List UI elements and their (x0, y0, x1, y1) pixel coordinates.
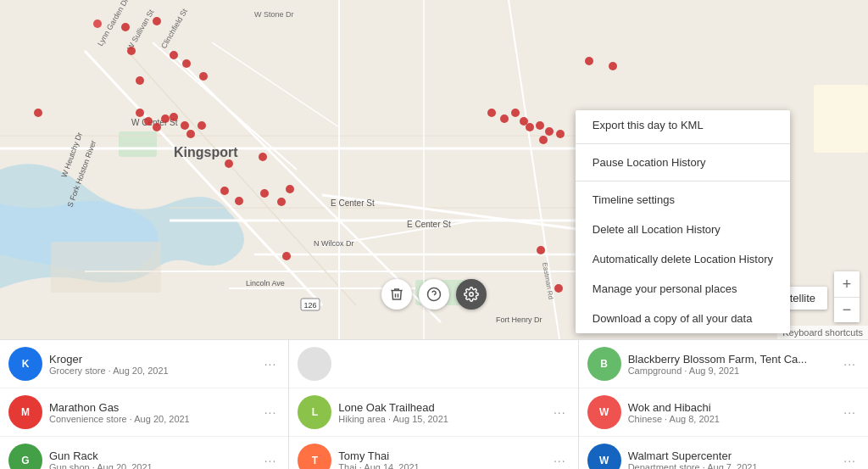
list-item[interactable]: TTomy ThaiThai · Aug 14, 2021··· (289, 437, 577, 469)
place-name: Marathon Gas (49, 401, 254, 414)
svg-point-49 (153, 123, 161, 131)
list-item[interactable]: BBlackberry Blossom Farm, Tent Ca...Camp… (579, 340, 868, 388)
svg-point-47 (136, 109, 144, 117)
list-item[interactable]: LLone Oak TrailheadHiking area · Aug 15,… (289, 388, 577, 437)
place-detail: Department store · Aug 7, 2021 (628, 462, 834, 470)
keyboard-shortcuts-label[interactable]: Keyboard shortcuts (777, 326, 868, 339)
svg-point-69 (277, 198, 286, 206)
place-info: Wok and HibachiChinese · Aug 8, 2021 (628, 401, 834, 424)
svg-point-51 (170, 113, 178, 121)
svg-point-66 (220, 187, 229, 195)
menu-item-pause[interactable]: Pause Location History (576, 148, 790, 177)
svg-point-65 (259, 153, 267, 161)
svg-point-71 (282, 252, 291, 260)
menu-item-auto-delete[interactable]: Automatically delete Location History (576, 244, 790, 274)
trash-icon-button[interactable] (381, 279, 412, 310)
svg-point-78 (470, 293, 474, 297)
place-detail: Campground · Aug 9, 2021 (628, 366, 834, 376)
svg-text:N Wilcox Dr: N Wilcox Dr (314, 239, 354, 248)
svg-point-52 (181, 121, 189, 130)
svg-point-57 (511, 109, 520, 117)
list-item[interactable]: WWok and HibachiChinese · Aug 8, 2021··· (579, 388, 868, 437)
menu-item-manage-places[interactable]: Manage your personal places (576, 274, 790, 304)
settings-icon-button[interactable] (456, 279, 487, 310)
svg-point-68 (260, 189, 269, 198)
bottom-toolbar (381, 279, 487, 310)
place-more-button[interactable]: ··· (550, 454, 570, 467)
place-info: Gun RackGun shop · Aug 20, 2021 (49, 449, 254, 470)
place-detail: Hiking area · Aug 15, 2021 (338, 414, 543, 424)
menu-divider-2 (576, 181, 790, 181)
list-item[interactable] (289, 340, 577, 388)
svg-text:Kingsport: Kingsport (174, 145, 238, 159)
svg-point-75 (609, 62, 617, 70)
place-thumbnail: G (8, 444, 42, 469)
list-item[interactable]: WWalmart SupercenterDepartment store · A… (579, 437, 868, 469)
svg-point-44 (136, 76, 144, 85)
svg-text:W Stone Dr: W Stone Dr (254, 10, 294, 19)
svg-text:126: 126 (303, 301, 316, 310)
svg-point-72 (537, 246, 545, 254)
map-zoom-controls: + − (834, 271, 860, 322)
svg-rect-21 (51, 242, 161, 293)
svg-point-53 (186, 130, 195, 138)
bottom-panel: KKrogerGrocery store · Aug 20, 2021···MM… (0, 339, 868, 469)
place-more-button[interactable]: ··· (840, 405, 860, 419)
place-thumbnail: B (587, 347, 621, 381)
place-more-button[interactable]: ··· (840, 454, 860, 467)
menu-divider-1 (576, 143, 790, 144)
map-container: Lynn Garden Dr W Sullivan St Clinchfield… (0, 0, 868, 339)
menu-item-export[interactable]: Export this day to KML (576, 110, 790, 140)
empty-thumbnail (298, 347, 331, 381)
svg-text:Fort Henry Dr: Fort Henry Dr (496, 315, 542, 324)
place-more-button[interactable]: ··· (261, 357, 281, 371)
svg-point-39 (121, 23, 130, 31)
menu-item-delete[interactable]: Delete all Location History (576, 215, 790, 244)
svg-point-43 (182, 59, 191, 68)
svg-point-50 (161, 114, 170, 123)
place-column-2: BBlackberry Blossom Farm, Tent Ca...Camp… (579, 340, 868, 469)
svg-point-46 (34, 109, 42, 117)
svg-point-40 (153, 17, 161, 25)
svg-point-67 (235, 197, 243, 205)
svg-point-59 (526, 123, 534, 131)
place-name: Wok and Hibachi (628, 401, 834, 414)
place-thumbnail: K (8, 347, 42, 381)
zoom-out-button[interactable]: − (834, 297, 860, 322)
svg-point-38 (93, 20, 102, 28)
svg-point-48 (144, 117, 153, 126)
place-info: Tomy ThaiThai · Aug 14, 2021 (338, 449, 543, 470)
place-detail: Convenience store · Aug 20, 2021 (49, 414, 254, 424)
place-thumbnail: W (587, 444, 621, 469)
svg-point-41 (127, 47, 136, 55)
svg-point-61 (545, 127, 554, 136)
place-info: Lone Oak TrailheadHiking area · Aug 15, … (338, 401, 543, 424)
place-name: Walmart Supercenter (628, 449, 834, 462)
svg-point-63 (556, 130, 565, 138)
place-more-button[interactable]: ··· (261, 405, 281, 419)
place-thumbnail: L (298, 395, 331, 429)
svg-text:E Center St: E Center St (407, 220, 451, 229)
svg-point-54 (198, 121, 206, 130)
place-info: Marathon GasConvenience store · Aug 20, … (49, 401, 254, 424)
help-icon-button[interactable] (419, 279, 449, 310)
menu-item-download[interactable]: Download a copy of all your data (576, 304, 790, 333)
context-menu: Export this day to KML Pause Location Hi… (576, 110, 790, 333)
svg-point-73 (554, 284, 563, 293)
svg-point-45 (199, 72, 208, 81)
list-item[interactable]: GGun RackGun shop · Aug 20, 2021··· (0, 437, 288, 469)
place-info: Walmart SupercenterDepartment store · Au… (628, 449, 834, 470)
place-detail: Grocery store · Aug 20, 2021 (49, 366, 254, 376)
svg-point-74 (585, 57, 593, 65)
svg-text:E Center St: E Center St (331, 198, 375, 208)
place-more-button[interactable]: ··· (840, 357, 860, 371)
list-item[interactable]: MMarathon GasConvenience store · Aug 20,… (0, 388, 288, 437)
place-more-button[interactable]: ··· (550, 405, 570, 419)
list-item[interactable]: KKrogerGrocery store · Aug 20, 2021··· (0, 340, 288, 388)
svg-point-64 (225, 159, 233, 168)
menu-item-timeline[interactable]: Timeline settings (576, 185, 790, 215)
place-name: Kroger (49, 353, 254, 366)
zoom-in-button[interactable]: + (834, 271, 860, 297)
place-thumbnail: M (8, 395, 42, 429)
place-more-button[interactable]: ··· (261, 454, 281, 467)
